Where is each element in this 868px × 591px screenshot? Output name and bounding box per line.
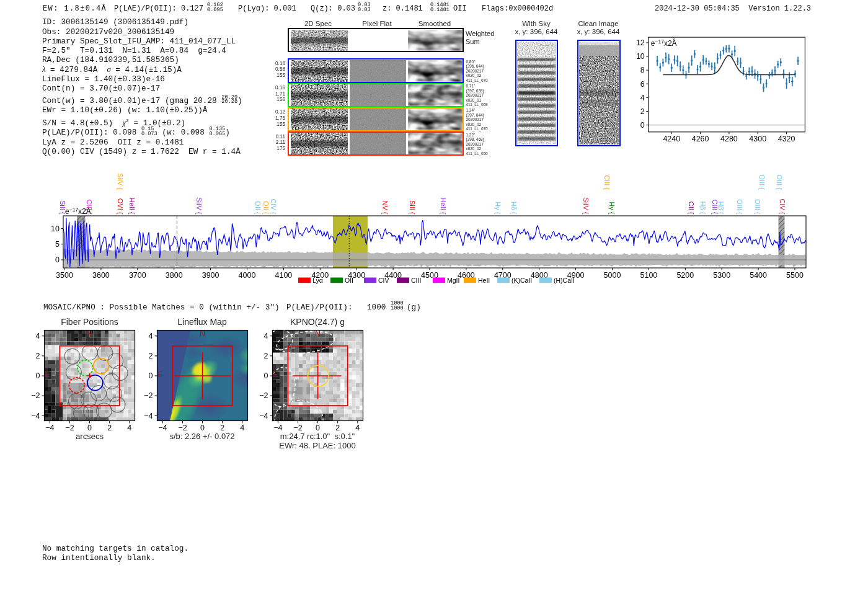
- svg-text:8: 8: [640, 66, 645, 74]
- svg-text:−2: −2: [259, 391, 268, 400]
- svg-text:4280: 4280: [720, 135, 738, 143]
- svg-text:−4: −4: [158, 424, 167, 432]
- svg-text:OVI {: OVI {: [117, 198, 124, 215]
- svg-text:CIV: CIV: [378, 277, 389, 284]
- svg-text:4300: 4300: [749, 135, 766, 143]
- svg-text:3700: 3700: [129, 271, 146, 280]
- svg-text:OIII {: OIII {: [776, 175, 783, 190]
- svg-text:4100: 4100: [275, 271, 292, 280]
- svg-text:SiII {: SiII {: [59, 200, 66, 215]
- svg-text:10: 10: [51, 224, 60, 233]
- svg-text:2: 2: [220, 424, 224, 432]
- svg-text:2: 2: [640, 107, 645, 116]
- svg-text:OII: OII: [345, 277, 353, 284]
- svg-text:4: 4: [127, 424, 131, 432]
- svg-text:−4: −4: [45, 424, 54, 432]
- svg-text:E: E: [45, 370, 50, 379]
- svg-text:−4: −4: [144, 411, 153, 420]
- svg-text:Hδ {: Hδ {: [510, 202, 518, 215]
- svg-text:E: E: [157, 370, 162, 379]
- svg-text:HeII {: HeII {: [128, 198, 136, 215]
- svg-text:(K)CaII: (K)CaII: [512, 277, 532, 284]
- svg-text:e−17x2Å: e−17x2Å: [651, 38, 677, 48]
- svg-text:CIV {: CIV {: [779, 198, 786, 214]
- svg-text:4: 4: [240, 424, 244, 432]
- svg-text:2: 2: [107, 424, 112, 432]
- svg-text:0: 0: [36, 371, 40, 380]
- svg-text:3600: 3600: [92, 271, 110, 280]
- svg-text:HeII: HeII: [478, 277, 490, 284]
- svg-text:−2: −2: [293, 424, 302, 432]
- svg-text:5200: 5200: [676, 271, 694, 280]
- svg-text:5100: 5100: [640, 271, 657, 280]
- svg-text:6: 6: [640, 80, 645, 89]
- svg-text:SiIV {: SiIV {: [195, 198, 203, 215]
- svg-text:4: 4: [355, 424, 360, 432]
- svg-text:3500: 3500: [56, 271, 73, 280]
- svg-text:CII] {: CII] {: [86, 200, 93, 215]
- svg-text:0: 0: [55, 256, 60, 264]
- svg-text:4240: 4240: [663, 135, 680, 143]
- svg-text:4320: 4320: [778, 135, 795, 143]
- svg-text:0: 0: [200, 424, 205, 432]
- svg-text:Hβ {: Hβ {: [717, 201, 725, 214]
- svg-text:Hγ {: Hγ {: [494, 202, 502, 215]
- svg-text:12: 12: [636, 38, 645, 47]
- svg-text:NV {: NV {: [381, 200, 389, 214]
- svg-text:0: 0: [264, 371, 268, 380]
- svg-text:Hβ {: Hβ {: [699, 201, 707, 214]
- svg-text:−4: −4: [273, 424, 282, 432]
- svg-text:E: E: [273, 370, 278, 379]
- svg-text:OIII {: OIII {: [754, 199, 761, 215]
- svg-text:10: 10: [636, 52, 645, 61]
- svg-text:4: 4: [148, 332, 153, 340]
- svg-text:0: 0: [148, 371, 153, 380]
- svg-text:OII {: OII {: [262, 201, 270, 215]
- svg-text:−2: −2: [31, 391, 40, 400]
- svg-text:3800: 3800: [166, 271, 183, 280]
- svg-text:−4: −4: [259, 411, 268, 420]
- svg-text:SiIV {: SiIV {: [582, 198, 590, 215]
- svg-text:2: 2: [264, 352, 268, 360]
- svg-text:3900: 3900: [202, 271, 219, 280]
- svg-text:5: 5: [55, 240, 60, 249]
- svg-text:0: 0: [640, 121, 645, 130]
- svg-text:4: 4: [264, 332, 268, 340]
- svg-text:SiII {: SiII {: [409, 200, 416, 215]
- svg-text:−2: −2: [144, 391, 153, 400]
- svg-text:4: 4: [640, 94, 645, 102]
- svg-text:OII {: OII {: [254, 201, 262, 215]
- svg-text:HeII {: HeII {: [440, 198, 447, 215]
- svg-text:0: 0: [87, 424, 92, 432]
- svg-text:−2: −2: [178, 424, 187, 432]
- svg-text:CIV {: CIV {: [270, 198, 277, 214]
- svg-text:Lyα: Lyα: [312, 277, 323, 284]
- svg-text:4000: 4000: [239, 271, 256, 280]
- svg-text:0: 0: [316, 424, 320, 432]
- svg-text:OIII {: OIII {: [736, 199, 743, 215]
- svg-text:CIII {: CIII {: [603, 175, 611, 190]
- svg-text:2: 2: [335, 424, 340, 432]
- svg-text:CII {: CII {: [688, 202, 695, 215]
- svg-text:(H)CaII: (H)CaII: [554, 277, 575, 284]
- svg-text:5400: 5400: [750, 271, 767, 280]
- svg-text:5500: 5500: [786, 271, 804, 280]
- svg-text:2: 2: [148, 352, 153, 360]
- svg-text:4260: 4260: [692, 135, 709, 143]
- svg-text:CIII: CIII: [411, 277, 421, 284]
- svg-text:SiIV {: SiIV {: [117, 173, 124, 190]
- svg-text:−2: −2: [65, 424, 74, 432]
- svg-text:Hγ {: Hγ {: [608, 202, 616, 215]
- svg-text:OIII {: OIII {: [758, 175, 766, 190]
- svg-text:MgII: MgII: [447, 277, 459, 284]
- svg-text:4: 4: [36, 332, 40, 340]
- svg-text:5000: 5000: [604, 271, 621, 280]
- svg-text:5300: 5300: [713, 271, 730, 280]
- svg-text:2: 2: [36, 352, 40, 360]
- svg-text:−4: −4: [31, 411, 40, 420]
